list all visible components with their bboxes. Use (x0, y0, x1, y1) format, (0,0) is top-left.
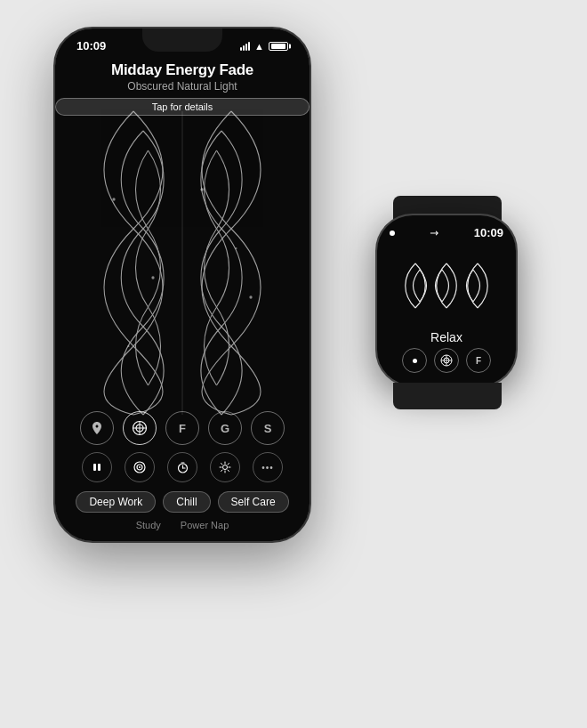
wave-svg (55, 100, 310, 417)
icon-row-1: F G S (64, 411, 301, 445)
watch-f-label: F (476, 356, 481, 366)
svg-point-6 (235, 247, 237, 249)
self-care-tag[interactable]: Self Care (218, 491, 289, 513)
svg-point-15 (139, 466, 141, 468)
watch-label: Relax (386, 330, 507, 344)
svg-rect-11 (93, 464, 96, 471)
svg-point-20 (223, 465, 228, 470)
g-label: G (221, 422, 229, 435)
main-title: Midday Energy Fade (55, 61, 310, 79)
watch-band-bottom (393, 383, 502, 409)
watch-arrow-icon: ↗ (427, 225, 442, 240)
f-button[interactable]: F (165, 411, 199, 445)
svg-rect-12 (98, 464, 101, 471)
svg-point-2 (151, 276, 154, 279)
more-tags-row: Study Power Nap (64, 518, 301, 532)
svg-line-27 (228, 464, 229, 465)
chill-tag[interactable]: Chill (163, 491, 210, 513)
sun-button[interactable] (210, 452, 240, 482)
g-button[interactable]: G (208, 411, 242, 445)
target-button[interactable] (125, 452, 155, 482)
watch-dot (413, 359, 417, 363)
watch-status-bar: ↗ 10:09 (386, 224, 507, 241)
iphone-notch (142, 28, 222, 52)
f-label: F (179, 422, 186, 435)
watch-grid-circle-svg (440, 354, 453, 367)
svg-point-4 (249, 295, 252, 298)
watch-wave-svg (389, 259, 504, 312)
apple-watch-device: ↗ 10:09 (360, 196, 534, 409)
main-scene: 10:09 ▲ Midday Energy Fade (0, 0, 587, 728)
watch-dot-indicator (390, 231, 395, 236)
bottom-controls: F G S (55, 411, 310, 541)
deep-work-tag[interactable]: Deep Work (76, 491, 156, 513)
watch-f-button[interactable]: F (466, 348, 491, 373)
more-button[interactable]: ••• (253, 452, 283, 482)
svg-point-1 (112, 198, 115, 200)
study-tag: Study (129, 518, 168, 532)
signal-icon (240, 42, 250, 51)
status-time: 10:09 (76, 39, 106, 53)
watch-screen: ↗ 10:09 (377, 215, 516, 385)
svg-point-5 (127, 345, 129, 347)
watch-grid-circle-button[interactable] (434, 348, 459, 373)
watch-wave-area (386, 241, 507, 330)
subtitle: Obscured Natural Light (55, 80, 310, 93)
tag-row: Deep Work Chill Self Care (64, 491, 301, 513)
grid-circle-button[interactable] (123, 411, 157, 445)
svg-line-25 (221, 464, 223, 465)
s-label: S (264, 422, 272, 435)
power-nap-tag: Power Nap (173, 518, 236, 532)
watch-bottom-icons: F (386, 348, 507, 376)
iphone-title-block: Midday Energy Fade Obscured Natural Ligh… (55, 61, 310, 93)
watch-time: 10:09 (474, 226, 503, 239)
more-dots: ••• (261, 463, 274, 473)
pause-button[interactable] (82, 452, 112, 482)
watch-dot-button[interactable] (402, 348, 427, 373)
location-button[interactable] (80, 411, 114, 445)
tap-details-button[interactable]: Tap for details (55, 98, 310, 116)
svg-point-3 (200, 188, 203, 190)
icon-row-2: ••• (64, 452, 301, 482)
iphone-screen: 10:09 ▲ Midday Energy Fade (55, 28, 310, 541)
wave-visualization (55, 100, 310, 417)
s-button[interactable]: S (251, 411, 285, 445)
svg-line-26 (228, 470, 229, 472)
watch-body: ↗ 10:09 (375, 214, 518, 387)
iphone-device: 10:09 ▲ Midday Energy Fade (53, 27, 311, 543)
status-icons: ▲ (240, 41, 288, 52)
timer-button[interactable] (167, 452, 197, 482)
wifi-icon: ▲ (254, 41, 264, 52)
battery-icon (269, 42, 288, 51)
svg-line-28 (221, 470, 223, 472)
